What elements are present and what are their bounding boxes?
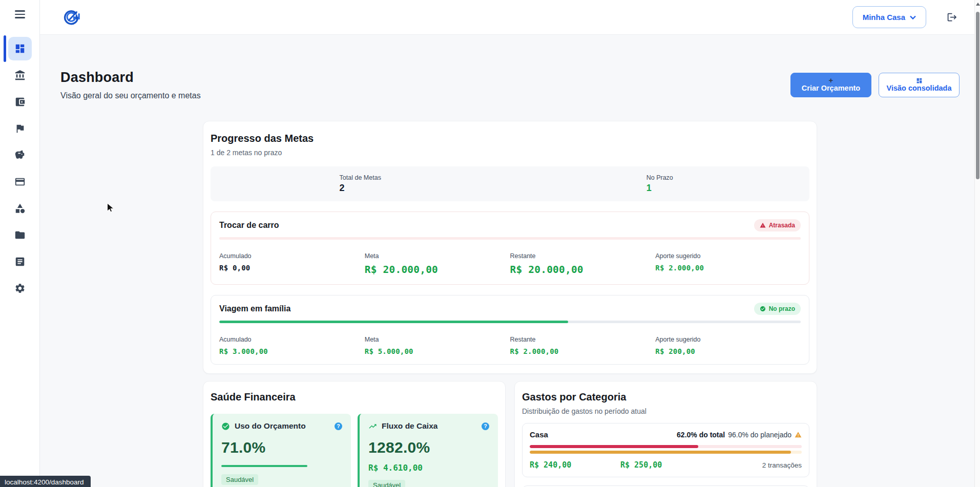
help-icon[interactable]: ? bbox=[482, 422, 489, 430]
credit-card-icon bbox=[14, 176, 26, 187]
shapes-icon bbox=[14, 203, 26, 214]
flag-icon bbox=[14, 123, 26, 134]
sidebar-item-wallet[interactable] bbox=[8, 90, 32, 114]
goal-progress-bar bbox=[219, 237, 801, 240]
metric-budget-usage: Uso do Orçamento ? 71.0% Saudável Você e… bbox=[211, 414, 351, 487]
category-total-pct: 62.0% do total bbox=[677, 431, 725, 439]
status-badge-late: Atrasada bbox=[754, 219, 801, 231]
financial-health-card: Saúde Financeira Uso do Orçamento ? 71.0… bbox=[203, 381, 506, 487]
chevron-down-icon bbox=[910, 14, 916, 20]
goal-field-restante: Restante R$ 2.000,00 bbox=[510, 336, 656, 355]
goal-name: Trocar de carro bbox=[219, 221, 279, 230]
document-list-icon bbox=[14, 256, 26, 267]
stat-on-track-value: 1 bbox=[647, 183, 673, 194]
folder-icon bbox=[14, 229, 26, 241]
goal-name: Viagem em família bbox=[219, 304, 290, 313]
spent-progress-bar bbox=[530, 445, 802, 448]
page-title: Dashboard bbox=[60, 70, 201, 86]
goal-progress-bar bbox=[219, 321, 801, 323]
goal-field-acumulado: Acumulado R$ 0,00 bbox=[219, 252, 365, 276]
cash-flow-amount: R$ 4.610,00 bbox=[368, 463, 489, 473]
grid-dashboard-icon bbox=[14, 43, 26, 54]
sidebar-item-cards[interactable] bbox=[8, 170, 32, 194]
page-header: Dashboard Visão geral do seu orçamento e… bbox=[60, 35, 960, 100]
warning-triangle-icon bbox=[795, 431, 802, 438]
goals-card-title: Progresso das Metas bbox=[211, 133, 809, 144]
sidebar-item-dashboard[interactable] bbox=[8, 37, 32, 60]
goal-field-acumulado: Acumulado R$ 3.000,00 bbox=[219, 336, 365, 355]
browser-status-url: localhost:4200/dashboard bbox=[0, 476, 91, 487]
sidebar-nav bbox=[8, 37, 32, 303]
create-budget-label: Criar Orçamento bbox=[802, 84, 860, 93]
goals-stats-box: Total de Metas 2 No Prazo 1 bbox=[211, 166, 809, 201]
sidebar-item-savings[interactable] bbox=[8, 143, 32, 167]
logout-button[interactable] bbox=[947, 12, 957, 23]
budget-usage-value: 71.0% bbox=[221, 439, 342, 456]
status-badge-on-track: No prazo bbox=[754, 303, 801, 315]
stat-total-goals-value: 2 bbox=[340, 183, 381, 194]
health-card-title: Saúde Financeira bbox=[211, 391, 498, 403]
category-item-casa: Casa 62.0% do total 96.0% do planejado bbox=[522, 423, 809, 477]
logout-icon bbox=[947, 12, 957, 23]
create-budget-button[interactable]: + Criar Orçamento bbox=[790, 73, 871, 97]
budget-usage-bar bbox=[221, 465, 342, 467]
metric-cash-flow: Fluxo de Caixa ? 1282.0% R$ 4.610,00 Sau… bbox=[358, 414, 498, 487]
trending-up-icon bbox=[368, 422, 377, 431]
sidebar-item-reports[interactable] bbox=[8, 250, 32, 273]
sidebar-item-bank[interactable] bbox=[8, 63, 32, 87]
check-circle-icon bbox=[221, 422, 230, 431]
household-selector-button[interactable]: Minha Casa bbox=[852, 6, 926, 28]
goal-card-trocar-de-carro: Trocar de carro Atrasada Acumulado R$ 0,… bbox=[211, 211, 809, 285]
goal-field-meta: Meta R$ 5.000,00 bbox=[365, 336, 510, 355]
page-subtitle: Visão geral do seu orçamento e metas bbox=[60, 91, 201, 100]
grid-icon bbox=[916, 77, 923, 84]
menu-toggle-button[interactable] bbox=[13, 8, 27, 20]
scroll-up-arrow-icon[interactable] bbox=[976, 3, 980, 6]
goals-progress-card: Progresso das Metas 1 de 2 metas no praz… bbox=[203, 121, 817, 374]
goal-card-viagem-em-familia: Viagem em família No prazo Acumulado R$ … bbox=[211, 295, 809, 365]
stat-on-track: No Prazo 1 bbox=[510, 174, 810, 194]
sidebar-item-categories[interactable] bbox=[8, 197, 32, 220]
health-status-badge: Saudável bbox=[368, 480, 405, 487]
category-name: Casa bbox=[530, 430, 548, 439]
topbar: Minha Casa bbox=[40, 0, 980, 35]
goal-field-aporte: Aporte sugerido R$ 2.000,00 bbox=[655, 252, 801, 276]
sidebar bbox=[0, 0, 40, 487]
planned-progress-bar bbox=[530, 451, 802, 454]
help-icon[interactable]: ? bbox=[335, 422, 342, 430]
piggy-bank-icon bbox=[14, 150, 26, 161]
goals-card-subtitle: 1 de 2 metas no prazo bbox=[211, 149, 809, 157]
category-transactions-count: 2 transações bbox=[711, 461, 802, 469]
warning-triangle-icon bbox=[760, 222, 766, 228]
household-selector-label: Minha Casa bbox=[863, 13, 905, 22]
bank-icon bbox=[14, 70, 26, 81]
target-growth-chart-logo bbox=[60, 6, 84, 29]
category-spent-amount: R$ 240,00 bbox=[530, 460, 620, 470]
wallet-icon bbox=[14, 96, 26, 108]
check-circle-icon bbox=[760, 306, 766, 312]
plus-icon: + bbox=[829, 77, 833, 84]
sidebar-item-folders[interactable] bbox=[8, 223, 32, 247]
scrollbar-thumb[interactable] bbox=[976, 12, 979, 179]
goal-field-restante: Restante R$ 20.000,00 bbox=[510, 252, 656, 276]
sidebar-item-goals[interactable] bbox=[8, 117, 32, 140]
category-planned-pct: 96.0% do planejado bbox=[728, 431, 791, 439]
cash-flow-value: 1282.0% bbox=[368, 439, 489, 456]
categories-card-title: Gastos por Categoria bbox=[522, 391, 809, 403]
hamburger-icon bbox=[15, 10, 25, 12]
goal-field-aporte: Aporte sugerido R$ 200,00 bbox=[655, 336, 801, 355]
sidebar-item-settings[interactable] bbox=[8, 277, 32, 300]
consolidated-view-button[interactable]: Visão consolidada bbox=[879, 73, 960, 97]
scrollbar[interactable] bbox=[974, 0, 980, 487]
gear-icon bbox=[14, 283, 26, 294]
category-planned-amount: R$ 250,00 bbox=[620, 460, 711, 470]
categories-card-subtitle: Distribuição de gastos no período atual bbox=[522, 407, 809, 415]
goal-field-meta: Meta R$ 20.000,00 bbox=[365, 252, 510, 276]
spending-by-category-card: Gastos por Categoria Distribuição de gas… bbox=[514, 381, 817, 487]
health-status-badge: Saudável bbox=[221, 474, 258, 485]
consolidated-view-label: Visão consolidada bbox=[886, 84, 951, 93]
stat-total-goals: Total de Metas 2 bbox=[211, 174, 510, 194]
